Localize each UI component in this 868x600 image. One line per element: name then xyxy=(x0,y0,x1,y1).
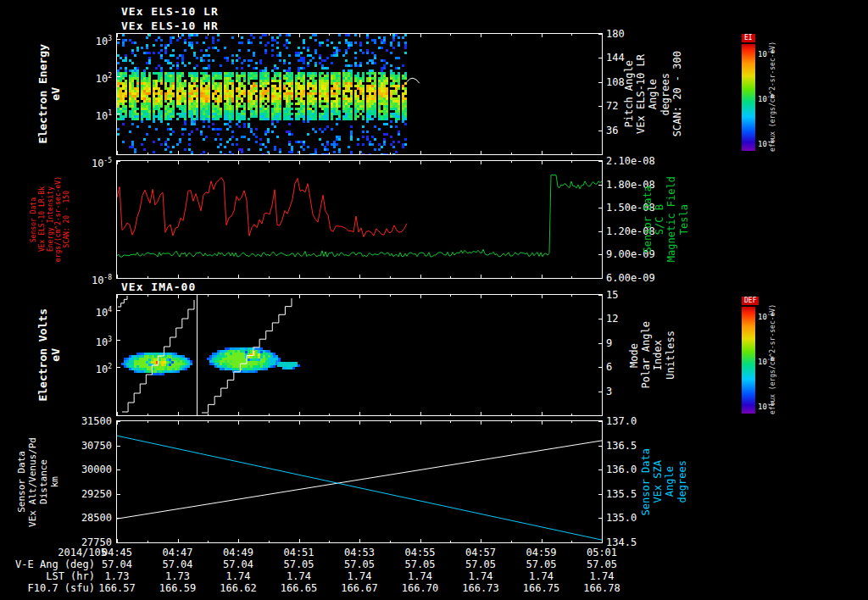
colorbar-units: eflux (ergs/cm^2-sr-sec-eV) xyxy=(770,41,777,153)
panel1-title-line1: VEx ELS-10 LR xyxy=(121,5,219,18)
data-row-value: 57.05 xyxy=(331,558,387,570)
axis-tick-label: 102 xyxy=(54,70,112,85)
axis-title-line: S/C B xyxy=(654,204,665,235)
axis-title-line: VEx ELS-10 LR xyxy=(636,54,647,134)
axis-title-line: Sensor Data xyxy=(643,186,654,253)
axis-title: Electron EnergyeV xyxy=(37,34,63,154)
electron-energy-spectrogram-canvas xyxy=(117,34,602,154)
axis-title-line: Electron Energy xyxy=(37,44,49,143)
axis-tick-label: 103 xyxy=(54,33,112,47)
axis-title-line: Sensor Data xyxy=(17,451,27,513)
axis-title: Sensor DataS/C BMagnetic FieldTesla xyxy=(643,161,690,278)
panel-intensity-and-bfield xyxy=(116,160,603,279)
axis-tick-label: 28500 xyxy=(54,512,112,524)
axis-title-line: Polar Angle xyxy=(641,321,652,388)
colorbar-title-badge: DEF xyxy=(742,297,759,305)
x-axis-tick-label: 04:45 xyxy=(89,547,145,558)
x-axis-tick-label: 04:47 xyxy=(150,547,206,558)
axis-title-line: Angle xyxy=(648,79,659,109)
axis-title-line: Index xyxy=(653,340,664,370)
axis-title-line: SCAN: 20 - 300 xyxy=(672,51,683,136)
axis-tick-label: 30000 xyxy=(54,464,112,475)
panel1-title-line2: VEx ELS-10 HR xyxy=(121,19,219,32)
axis-title-line: Sensor Data xyxy=(31,197,38,242)
axis-title-line: Magnetic Field xyxy=(666,176,677,262)
axis-title: Electron VoltseV xyxy=(37,295,63,415)
axis-title-line: eV xyxy=(50,348,62,362)
data-row-value: 57.04 xyxy=(150,558,206,570)
axis-tick-label: 101 xyxy=(54,108,112,122)
axis-title: ModePolar AngleIndexUnitless xyxy=(629,295,676,415)
x-axis-tick-label: 04:59 xyxy=(514,547,570,558)
panel-ima-spectrogram xyxy=(116,294,603,416)
data-row-value: 166.65 xyxy=(271,582,327,594)
x-axis-tick-label: 05:01 xyxy=(574,547,630,558)
data-row-value: 1.74 xyxy=(210,570,266,582)
axis-title: Pitch AngleVEx ELS-10 LRAngledegreesSCAN… xyxy=(624,34,683,154)
colorbar-units: eflux (ergs/cm^2-sr-sec-eV) xyxy=(770,303,777,415)
data-row-label: F10.7 (sfu) xyxy=(0,582,95,594)
data-row-value: 57.05 xyxy=(453,558,509,570)
axis-tick-label: 103 xyxy=(54,334,112,348)
panel-electron-energy-spectrogram xyxy=(116,33,603,155)
data-row-value: 1.73 xyxy=(150,570,206,582)
data-row-value: 166.73 xyxy=(453,582,509,594)
exponent: 2 xyxy=(108,72,112,80)
panel3-title: VEx IMA-00 xyxy=(121,281,196,293)
axis-title-line: Distance xyxy=(39,459,49,504)
intensity-bfield-canvas xyxy=(117,161,602,278)
axis-title-line: km xyxy=(50,476,60,487)
colorbar-gradient xyxy=(742,44,755,151)
data-row-value: 57.05 xyxy=(514,558,570,570)
data-row-value: 1.74 xyxy=(331,570,387,582)
axis-title-line: Sensor Data xyxy=(641,448,652,515)
data-row-value: 166.57 xyxy=(89,582,145,594)
axis-title-line: Mode xyxy=(629,343,640,368)
axis-title-line: VEx SZA xyxy=(653,460,664,503)
axis-tick-label: 30750 xyxy=(54,440,112,452)
data-row-label: V-E Ang (deg) xyxy=(0,558,95,570)
data-row-value: 1.74 xyxy=(453,570,509,582)
data-row-value: 166.75 xyxy=(514,582,570,594)
data-row-value: 166.67 xyxy=(331,582,387,594)
axis-title-line: Tesla xyxy=(679,204,690,235)
ima-spectrogram-canvas xyxy=(117,295,602,415)
colorbar-units-text: eflux (ergs/cm^2-sr-sec-eV) xyxy=(770,42,777,152)
data-row-value: 1.73 xyxy=(89,570,145,582)
axis-title-line: Electron Volts xyxy=(37,308,49,402)
axis-title: Sensor DataVEx SZAAngledegrees xyxy=(641,421,688,542)
x-axis-tick-label: 04:49 xyxy=(210,547,266,558)
data-row-value: 57.05 xyxy=(392,558,448,570)
axis-title-line: Unitless xyxy=(665,331,676,380)
vex-quicklook-display: VEx ELS-10 LR VEx ELS-10 HR VEx IMA-00 1… xyxy=(0,0,868,600)
data-row-value: 166.62 xyxy=(210,582,266,594)
colorbar-gradient xyxy=(742,307,755,414)
exponent: 2 xyxy=(108,363,112,370)
exponent: -5 xyxy=(103,157,112,164)
data-row-value: 57.05 xyxy=(574,558,630,570)
axis-tick-label: 102 xyxy=(54,361,112,375)
data-row-value: 1.74 xyxy=(574,570,630,582)
exponent: -8 xyxy=(103,274,112,281)
axis-tick-label: 104 xyxy=(54,304,112,319)
x-axis-tick-label: 04:53 xyxy=(331,547,387,558)
data-row-value: 166.59 xyxy=(150,582,206,594)
data-row-value: 57.04 xyxy=(89,558,145,570)
x-axis-tick-label: 04:55 xyxy=(392,547,448,558)
axis-title-line: VEx Alt/Venus/Pd xyxy=(28,437,38,527)
exponent: 3 xyxy=(108,336,112,343)
axis-title-line: degrees xyxy=(660,73,671,116)
colorbar-units-text: eflux (ergs/cm^2-sr-sec-eV) xyxy=(770,304,777,414)
data-row-value: 1.74 xyxy=(392,570,448,582)
axis-title: Sensor DataVEx Alt/Venus/PdDistancekm xyxy=(17,421,60,542)
data-row-value: 166.70 xyxy=(392,582,448,594)
axis-title-line: SCAN: 20 - 150 xyxy=(64,191,71,247)
exponent: 1 xyxy=(108,109,112,117)
x-axis-tick-label: 04:51 xyxy=(271,547,327,558)
panel-altitude-and-sza xyxy=(116,420,603,543)
exponent: 3 xyxy=(108,35,112,42)
axis-tick-label: 29250 xyxy=(54,488,112,500)
axis-title-line: degrees xyxy=(677,460,688,503)
axis-title: Sensor DataVEx ELS-10 LR-BkEnergy Intens… xyxy=(31,161,71,278)
axis-tick-label: 31500 xyxy=(54,415,112,427)
